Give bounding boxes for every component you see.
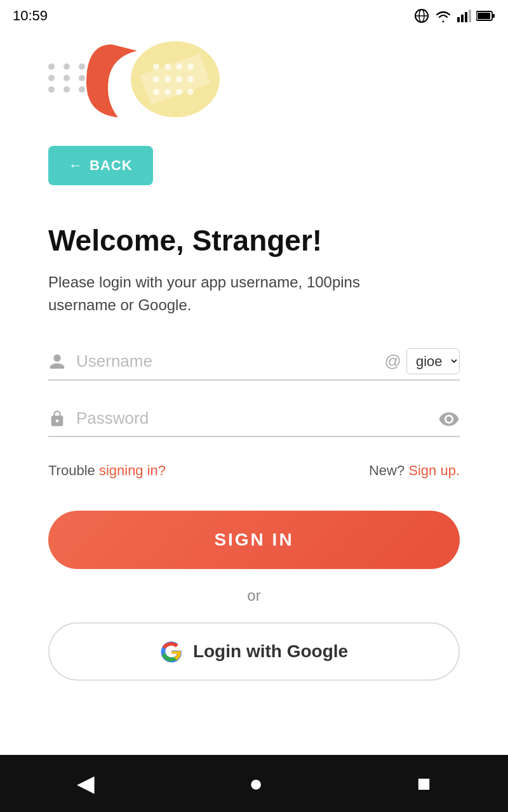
- nav-recents-button[interactable]: ■: [417, 770, 431, 797]
- dot: [64, 63, 70, 70]
- lock-icon: [48, 410, 71, 428]
- welcome-subtitle: Please login with your app username, 100…: [48, 271, 429, 317]
- welcome-title: Welcome, Stranger!: [48, 223, 460, 258]
- svg-rect-5: [465, 12, 467, 22]
- signing-in-link[interactable]: signing in?: [99, 462, 166, 478]
- username-group: @ gioe: [48, 348, 460, 381]
- password-input[interactable]: [71, 406, 438, 431]
- signal-icon: [457, 10, 471, 22]
- nav-back-button[interactable]: ◀: [77, 770, 95, 797]
- or-divider: or: [48, 587, 460, 605]
- domain-select[interactable]: gioe: [406, 348, 460, 374]
- dot: [48, 86, 55, 93]
- svg-rect-9: [492, 14, 495, 18]
- username-input[interactable]: [71, 349, 385, 374]
- bottom-nav: ◀ ● ■: [0, 755, 508, 812]
- svg-rect-3: [457, 17, 460, 22]
- logo-area: [48, 32, 194, 127]
- dot: [64, 86, 70, 93]
- back-label: BACK: [90, 157, 133, 174]
- domain-area: @ gioe: [385, 348, 460, 374]
- globe-icon: [414, 8, 429, 23]
- dot: [48, 63, 55, 70]
- status-time: 10:59: [13, 8, 48, 24]
- dot: [64, 75, 70, 81]
- svg-rect-4: [461, 15, 464, 22]
- password-group: [48, 406, 460, 437]
- spacer: [0, 718, 508, 755]
- trouble-text: Trouble signing in?: [48, 462, 166, 479]
- user-icon: [48, 353, 71, 370]
- eye-icon[interactable]: [438, 408, 460, 429]
- status-icons: [414, 8, 495, 23]
- nav-home-button[interactable]: ●: [249, 770, 263, 797]
- links-row: Trouble signing in? New? Sign up.: [48, 462, 460, 479]
- app-logo: [74, 32, 226, 127]
- login-form: @ gioe Trouble signing in? New? Sign up.: [48, 348, 460, 681]
- sign-in-button[interactable]: SIGN IN: [48, 511, 460, 569]
- google-button-label: Login with Google: [193, 641, 348, 662]
- sign-up-link[interactable]: Sign up.: [408, 462, 460, 478]
- wifi-icon: [434, 9, 452, 23]
- signup-text: New? Sign up.: [369, 462, 460, 479]
- google-g-icon: [160, 640, 183, 663]
- back-button[interactable]: ← BACK: [48, 146, 153, 185]
- back-arrow-icon: ←: [69, 157, 83, 174]
- status-bar: 10:59: [0, 0, 508, 32]
- google-login-button[interactable]: Login with Google: [48, 622, 460, 681]
- at-symbol: @: [385, 351, 401, 371]
- battery-icon: [476, 10, 495, 22]
- svg-rect-8: [478, 13, 490, 19]
- main-content: ← BACK Welcome, Stranger! Please login w…: [0, 32, 508, 718]
- dot: [48, 75, 55, 81]
- svg-rect-6: [469, 10, 471, 22]
